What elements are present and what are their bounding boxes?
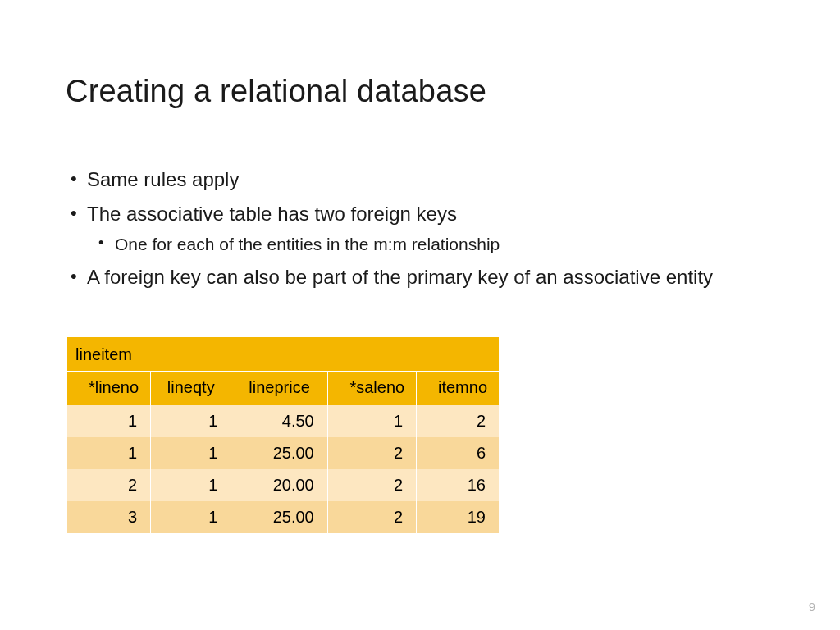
bullet-text: The associative table has two foreign ke… <box>87 203 457 225</box>
column-header: lineprice <box>231 371 327 405</box>
cell: 6 <box>417 437 499 469</box>
cell: 16 <box>417 469 499 501</box>
table-header: *lineno lineqty lineprice *saleno itemno <box>67 371 499 405</box>
cell: 20.00 <box>231 469 327 501</box>
bullet-list: Same rules apply The associative table h… <box>71 167 774 291</box>
sub-bullet-list: One for each of the entities in the m:m … <box>87 233 774 256</box>
cell: 1 <box>151 501 231 533</box>
cell: 2 <box>327 469 416 501</box>
data-table: lineitem *lineno lineqty lineprice *sale… <box>67 337 499 533</box>
cell: 19 <box>417 501 499 533</box>
column-header: lineqty <box>151 371 231 405</box>
cell: 1 <box>151 437 231 469</box>
table-row: 1 1 25.00 2 6 <box>67 437 499 469</box>
bullet-item: A foreign key can also be part of the pr… <box>71 264 774 290</box>
cell: 1 <box>67 437 151 469</box>
cell: 1 <box>151 405 231 437</box>
table-row: 2 1 20.00 2 16 <box>67 469 499 501</box>
slide-title: Creating a relational database <box>66 74 774 109</box>
table-title: lineitem <box>67 337 499 372</box>
cell: 1 <box>327 405 416 437</box>
bullet-item: The associative table has two foreign ke… <box>71 201 774 256</box>
sub-bullet-item: One for each of the entities in the m:m … <box>87 233 774 256</box>
table-row: 1 1 4.50 1 2 <box>67 405 499 437</box>
column-header: *lineno <box>67 371 151 405</box>
column-header: itemno <box>417 371 499 405</box>
bullet-item: Same rules apply <box>71 167 774 193</box>
cell: 2 <box>67 469 151 501</box>
page-number: 9 <box>809 600 815 614</box>
table-lineitem: lineitem *lineno lineqty lineprice *sale… <box>67 337 499 533</box>
cell: 25.00 <box>231 501 327 533</box>
cell: 4.50 <box>231 405 327 437</box>
cell: 2 <box>327 437 416 469</box>
cell: 25.00 <box>231 437 327 469</box>
table-body: 1 1 4.50 1 2 1 1 25.00 2 6 2 1 20.00 <box>67 405 499 533</box>
cell: 1 <box>151 469 231 501</box>
cell: 1 <box>67 405 151 437</box>
cell: 2 <box>327 501 416 533</box>
slide: Creating a relational database Same rule… <box>0 0 840 533</box>
table-title-row: lineitem <box>67 337 499 372</box>
column-header: *saleno <box>327 371 416 405</box>
cell: 3 <box>67 501 151 533</box>
cell: 2 <box>417 405 499 437</box>
table-row: 3 1 25.00 2 19 <box>67 501 499 533</box>
